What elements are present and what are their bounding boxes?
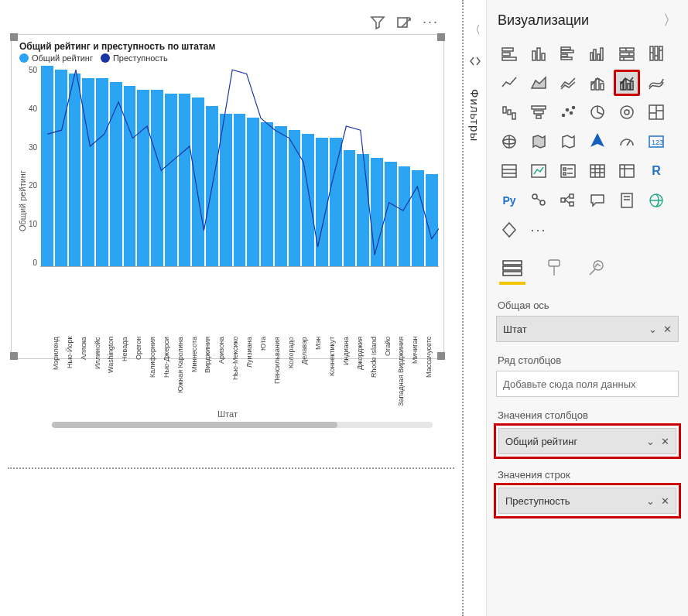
azure-map-icon[interactable] <box>584 128 611 155</box>
chevron-down-icon[interactable]: ⌄ <box>649 323 657 335</box>
gauge-icon[interactable] <box>614 128 640 155</box>
waterfall-icon[interactable] <box>496 99 522 125</box>
svg-rect-21 <box>650 46 653 60</box>
focus-mode-icon[interactable] <box>396 15 412 29</box>
card-icon[interactable]: 123 <box>643 128 669 155</box>
format-tab[interactable] <box>546 258 563 279</box>
svg-point-46 <box>621 106 633 118</box>
svg-rect-5 <box>537 48 540 60</box>
kpi-icon[interactable] <box>525 158 552 184</box>
python-visual-icon[interactable]: Py <box>496 187 522 214</box>
chevron-down-icon[interactable]: ⌄ <box>646 436 655 447</box>
pie-icon[interactable] <box>584 99 611 125</box>
hundred-stacked-column-icon[interactable] <box>643 40 669 67</box>
get-more-visuals-icon[interactable]: ··· <box>525 217 552 243</box>
power-apps-icon[interactable] <box>496 217 522 243</box>
analytics-tab[interactable] <box>586 258 606 279</box>
line-chart-icon[interactable] <box>496 70 522 96</box>
qa-visual-icon[interactable] <box>584 187 611 214</box>
remove-field-icon[interactable]: ✕ <box>661 495 669 507</box>
svg-rect-35 <box>503 107 506 113</box>
svg-point-43 <box>570 112 573 115</box>
filter-icon[interactable] <box>370 15 385 29</box>
stacked-bar-icon[interactable] <box>496 40 522 67</box>
y-axis-label: Общий рейтинг <box>16 66 29 337</box>
svg-rect-25 <box>659 46 662 60</box>
filters-pane-label[interactable]: Фильтры <box>468 89 481 142</box>
svg-rect-67 <box>590 165 604 177</box>
field-name: Преступность <box>505 495 570 507</box>
treemap-icon[interactable] <box>643 99 669 125</box>
hundred-stacked-bar-icon[interactable] <box>614 40 640 67</box>
svg-rect-88 <box>503 266 522 270</box>
donut-icon[interactable] <box>614 99 640 125</box>
table-icon[interactable] <box>584 158 611 184</box>
legend-label: Общий рейтинг <box>32 53 93 63</box>
svg-rect-30 <box>601 84 604 90</box>
column-series-label: Ряд столбцов <box>498 354 677 366</box>
stacked-area-icon[interactable] <box>555 70 581 96</box>
multi-row-card-icon[interactable] <box>496 158 522 184</box>
svg-rect-9 <box>561 54 567 56</box>
svg-rect-15 <box>620 48 634 51</box>
svg-point-47 <box>625 110 629 115</box>
scatter-icon[interactable] <box>555 99 581 125</box>
chart-title: Общий рейтинг и преступность по штатам <box>19 41 439 52</box>
placeholder-text: Добавьте сюда поля данных <box>503 378 636 390</box>
shape-map-icon[interactable] <box>555 128 581 155</box>
chart-plot-area <box>40 66 439 267</box>
svg-text:123: 123 <box>652 139 663 146</box>
more-options-icon[interactable]: ··· <box>423 14 439 30</box>
slicer-icon[interactable] <box>555 158 581 184</box>
filled-map-icon[interactable] <box>525 128 552 155</box>
svg-line-82 <box>565 200 570 204</box>
decomposition-tree-icon[interactable] <box>555 187 581 214</box>
svg-rect-12 <box>594 50 596 60</box>
chevron-down-icon[interactable]: ⌄ <box>646 495 655 507</box>
funnel-icon[interactable] <box>525 99 552 125</box>
area-chart-icon[interactable] <box>525 70 552 96</box>
line-clustered-column-icon[interactable] <box>614 70 640 96</box>
chevron-right-icon[interactable]: 〉 <box>663 11 677 29</box>
matrix-icon[interactable] <box>614 158 640 184</box>
map-icon[interactable] <box>496 128 522 155</box>
svg-rect-63 <box>563 168 566 170</box>
key-influencers-icon[interactable] <box>525 187 552 214</box>
column-series-well[interactable]: Добавьте сюда поля данных <box>496 371 679 397</box>
shared-axis-field[interactable]: Штат ⌄✕ <box>496 316 679 342</box>
r-visual-icon[interactable]: R <box>643 158 669 184</box>
fields-tab[interactable] <box>502 259 522 279</box>
shared-axis-label: Общая ось <box>498 299 677 311</box>
svg-rect-83 <box>621 193 632 207</box>
stacked-column-icon[interactable] <box>525 40 552 67</box>
column-values-label: Значения столбцов <box>498 409 677 421</box>
svg-line-77 <box>536 198 541 201</box>
svg-rect-3 <box>502 57 516 60</box>
paginated-report-icon[interactable] <box>614 187 640 214</box>
remove-field-icon[interactable]: ✕ <box>661 436 669 447</box>
svg-rect-58 <box>502 165 516 177</box>
svg-rect-14 <box>601 48 603 60</box>
svg-rect-17 <box>620 53 634 56</box>
svg-line-55 <box>627 141 630 145</box>
arcgis-icon[interactable] <box>643 187 669 214</box>
svg-rect-13 <box>597 54 600 60</box>
clustered-bar-icon[interactable] <box>555 40 581 67</box>
chevron-left-icon[interactable]: 〈 <box>470 23 481 37</box>
svg-rect-19 <box>620 57 634 60</box>
line-values-field[interactable]: Преступность ⌄✕ <box>498 488 676 514</box>
column-values-field[interactable]: Общий рейтинг ⌄✕ <box>498 428 676 454</box>
svg-rect-39 <box>534 111 543 114</box>
chart-scrollbar[interactable] <box>52 422 433 428</box>
field-name: Общий рейтинг <box>505 436 577 447</box>
clustered-column-icon[interactable] <box>584 40 611 67</box>
filters-expand-icon[interactable] <box>469 56 481 70</box>
remove-field-icon[interactable]: ✕ <box>663 323 672 335</box>
ribbon-chart-icon[interactable] <box>643 70 669 96</box>
svg-rect-87 <box>503 261 522 265</box>
chart-visual[interactable]: Общий рейтинг и преступность по штатам О… <box>11 34 444 359</box>
svg-rect-79 <box>570 194 573 198</box>
chart-legend: Общий рейтинг Преступность <box>19 53 439 63</box>
svg-line-93 <box>590 269 595 275</box>
line-stacked-column-icon[interactable] <box>584 70 611 96</box>
